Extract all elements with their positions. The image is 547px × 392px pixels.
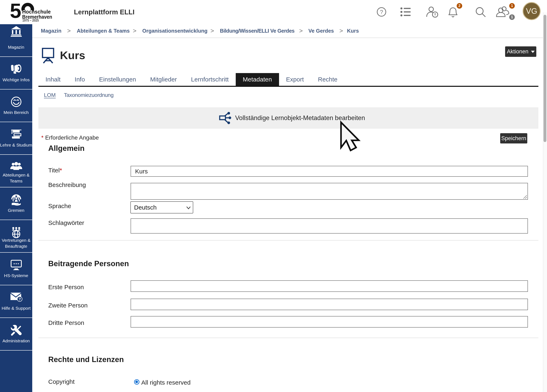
- svg-text:5: 5: [10, 0, 21, 22]
- svg-text:1975 – 2025: 1975 – 2025: [22, 19, 39, 22]
- svg-text:?: ?: [380, 9, 383, 15]
- svg-text:?: ?: [19, 297, 21, 301]
